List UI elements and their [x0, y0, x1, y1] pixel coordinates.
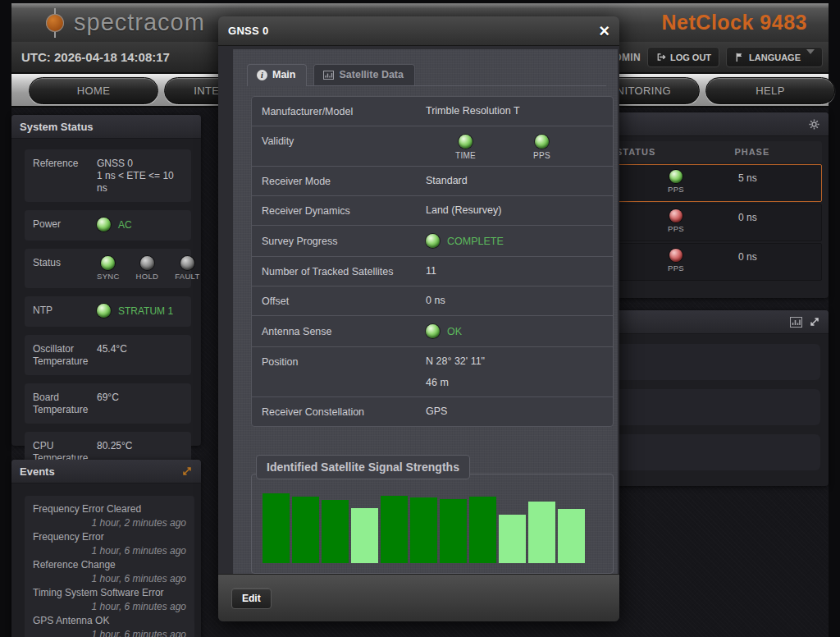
field-receiver-dynamics: Receiver Dynamics Land (Resurvey)	[252, 195, 613, 225]
bar-chart-icon[interactable]	[790, 317, 802, 328]
pps-led-red	[669, 209, 682, 222]
nav-home-button[interactable]: HOME	[29, 77, 158, 104]
gnss-modal: GNSS 0 × i Main Satellite Data	[218, 16, 619, 621]
flag-icon	[734, 52, 745, 62]
utc-time: UTC: 2026-04-18 14:08:17	[21, 50, 170, 64]
phase-value: 0 ns	[738, 212, 757, 223]
fault-label: FAULT	[175, 272, 199, 281]
language-button[interactable]: LANGUAGE	[726, 47, 823, 67]
edit-button[interactable]: Edit	[231, 588, 272, 609]
tab-satellite-data[interactable]: Satellite Data	[313, 64, 415, 85]
events-title: Events	[20, 465, 55, 478]
sync-label: SYNC	[97, 272, 120, 281]
board-temp-value: 69°C	[97, 391, 119, 404]
logout-button[interactable]: LOG OUT	[647, 47, 719, 67]
events-panel: Events Frequency Error Cleared 1 hour, 2…	[11, 460, 201, 637]
graph-expand-icon[interactable]	[809, 316, 820, 328]
field-position: Position N 28° 32' 11" 46 m	[252, 346, 613, 396]
reference-row: Reference GNSS 0 1 ns < ETE <= 10 ns	[25, 149, 191, 202]
hold-label: HOLD	[136, 272, 159, 281]
ntp-led	[97, 304, 111, 318]
tab-satellite-data-label: Satellite Data	[339, 69, 404, 80]
tab-main[interactable]: i Main	[247, 64, 307, 86]
pps-led-green	[669, 170, 682, 183]
field-validity: Validity TIME PPS	[252, 126, 613, 166]
spectracom-logo: spectracom	[44, 9, 205, 36]
signal-bar	[292, 497, 319, 563]
board-temp-row: Board Temperature 69°C	[25, 383, 191, 424]
survey-progress-value: COMPLETE	[447, 236, 504, 247]
field-receiver-mode: Receiver Mode Standard	[252, 166, 613, 195]
field-value: Standard	[426, 175, 468, 186]
power-label: Power	[33, 218, 97, 231]
modal-header: GNSS 0 ×	[218, 16, 619, 46]
event-time: 1 hour, 2 minutes ago	[33, 516, 186, 530]
reference-label: Reference	[33, 157, 97, 170]
board-temp-label: Board Temperature	[33, 391, 97, 416]
signal-bar	[499, 515, 526, 563]
pps-label: PPS	[668, 224, 684, 233]
modal-tabbar: i Main Satellite Data	[247, 63, 606, 86]
spectracom-logo-icon	[44, 12, 66, 34]
event-name: Frequency Error	[33, 530, 186, 544]
pps-label: PPS	[668, 185, 684, 194]
field-label: Receiver Dynamics	[262, 204, 426, 217]
ntp-value: STRATUM 1	[118, 305, 173, 317]
modal-title: GNSS 0	[228, 25, 268, 37]
gnss-fields-panel: Manufacturer/Model Trimble Resolution T …	[251, 96, 614, 427]
ntp-label: NTP	[33, 304, 97, 317]
event-name: Reference Change	[33, 558, 186, 572]
fault-led	[180, 256, 194, 270]
signal-bar	[440, 499, 467, 563]
nav-help-button[interactable]: HELP	[705, 77, 835, 104]
close-icon[interactable]: ×	[599, 23, 609, 39]
event-name: GPS Antenna OK	[33, 614, 186, 628]
oscillator-temp-label: Oscillator Temperature	[33, 342, 97, 368]
antenna-sense-value: OK	[447, 326, 462, 337]
field-antenna-sense: Antenna Sense OK	[252, 315, 613, 346]
signal-bars	[260, 491, 605, 563]
satellite-data-icon	[323, 71, 334, 80]
logo-text: spectracom	[74, 9, 205, 36]
signal-bar	[322, 500, 349, 563]
field-value: 11	[426, 265, 436, 277]
field-tracked-satellites: Number of Tracked Satellites 11	[252, 256, 613, 286]
field-value: Trimble Resolution T	[426, 105, 520, 117]
pps-led-red	[669, 249, 682, 262]
pps-led-label: PPS	[533, 151, 550, 160]
event-name: Frequency Error Cleared	[33, 502, 186, 516]
field-offset: Offset 0 ns	[252, 286, 613, 315]
field-value: Land (Resurvey)	[426, 204, 501, 216]
field-label: Position	[262, 355, 426, 368]
field-value: 0 ns	[426, 295, 445, 306]
info-icon: i	[257, 70, 267, 80]
event-name: Timing System Software Error	[33, 586, 186, 600]
phase-value: 5 ns	[738, 172, 757, 184]
system-status-header: System Status	[11, 115, 201, 139]
power-led	[97, 218, 111, 231]
page: spectracom NetClock 9483 UTC: 2026-04-18…	[0, 0, 840, 637]
antenna-sense-led	[426, 324, 440, 338]
logout-icon	[655, 52, 666, 62]
field-label: Receiver Constellation	[262, 406, 426, 418]
modal-footer: Edit	[218, 574, 619, 621]
event-time: 1 hour, 6 minutes ago	[33, 600, 186, 614]
language-label: LANGUAGE	[749, 53, 801, 62]
field-value: GPS	[426, 406, 447, 417]
field-label: Number of Tracked Satellites	[262, 265, 426, 277]
position-altitude: 46 m	[426, 377, 485, 388]
time-valid-led	[459, 135, 472, 149]
signal-strengths-title: Identified Satellite Signal Strengths	[256, 455, 470, 479]
product-name: NetClock 9483	[662, 11, 807, 34]
status-label: Status	[33, 256, 97, 269]
power-row: Power AC	[25, 210, 191, 241]
settings-gear-icon[interactable]	[808, 118, 820, 131]
events-expand-icon[interactable]	[181, 465, 193, 477]
field-label: Validity	[262, 135, 426, 147]
event-time: 1 hour, 6 minutes ago	[33, 572, 186, 586]
phase-value: 0 ns	[738, 251, 757, 263]
field-survey-progress: Survey Progress COMPLETE	[252, 225, 613, 256]
position-latitude: N 28° 32' 11"	[426, 355, 485, 367]
field-label: Survey Progress	[262, 235, 426, 247]
field-label: Offset	[262, 295, 426, 307]
